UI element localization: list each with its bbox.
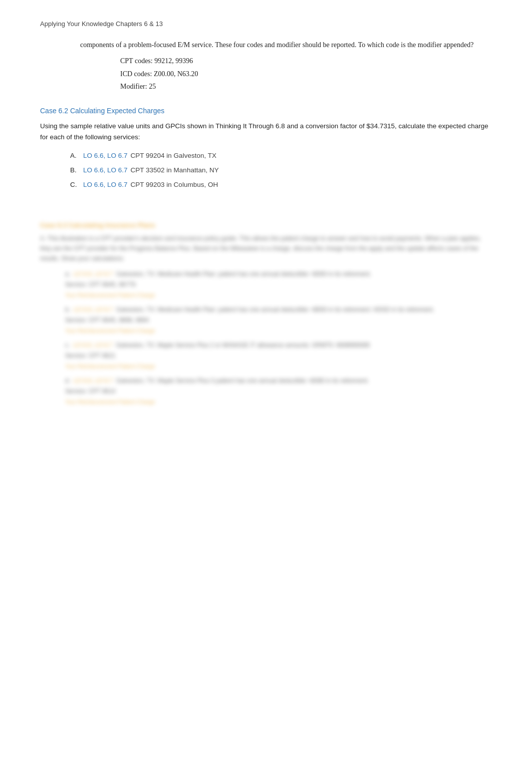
case-body-text: Using the sample relative value units an… — [40, 121, 492, 143]
blurred-desc-d: Galveston, TX: Maple Service Plus-3 pati… — [116, 377, 369, 384]
item-label-a: A. — [70, 149, 80, 162]
intro-paragraph: components of a problem-focused E/M serv… — [80, 40, 492, 93]
blurred-desc-b: Galveston, TX: Medicare Health Plan: pat… — [116, 306, 434, 313]
list-item: A. LO 6.6, LO 6.7 CPT 99204 in Galveston… — [70, 149, 492, 162]
blurred-link-c: LO 6.6, LO 6.7 — [73, 342, 113, 349]
service-text-b: CPT 33502 in Manhattan, NY — [131, 163, 219, 177]
icd-codes-line: ICD codes: Z00.00, N63.20 — [120, 68, 492, 80]
modifier-line: Modifier: 25 — [120, 80, 492, 93]
intro-text: components of a problem-focused E/M serv… — [80, 40, 492, 51]
blurred-link-d: LO 6.6, LO 6.7 — [74, 377, 113, 384]
blurred-link-a: LO 6.6, LO 6.7 — [74, 271, 113, 278]
blurred-service-c: Service: CPT 9621 — [65, 351, 492, 362]
blurred-bullet-a: a. — [65, 271, 70, 278]
blurred-case-title: Case 6.3 Calculating Insurance Plans — [40, 221, 492, 229]
blurred-service-d: Service: CPT 9614 — [65, 386, 492, 397]
blurred-desc-c: Galveston, TX: Maple Service Plus 2 or M… — [116, 342, 369, 349]
blurred-desc-a: Galveston, TX: Medicare Health Plan: pat… — [116, 271, 371, 278]
case-title: Case 6.2 Calculating Expected Charges — [40, 107, 492, 115]
blurred-item-d: d. LO 6.6, LO 6.7 Galveston, TX: Maple S… — [65, 376, 492, 407]
list-item: B. LO 6.6, LO 6.7 CPT 33502 in Manhattan… — [70, 163, 492, 177]
blurred-link-b: LO 6.6, LO 6.7 — [74, 306, 113, 313]
service-text-a: CPT 99204 in Galveston, TX — [131, 149, 216, 162]
blurred-service-b: Service: CPT 9645, 9898, 9894 — [65, 315, 492, 326]
lo-link-c[interactable]: LO 6.6, LO 6.7 — [83, 178, 128, 191]
blurred-bullet-c: c. — [65, 342, 70, 349]
blurred-item-b: b. LO 6.6, LO 6.7 Galveston, TX: Medicar… — [65, 305, 492, 336]
item-label-b: B. — [70, 163, 80, 177]
lo-link-b[interactable]: LO 6.6, LO 6.7 — [83, 163, 128, 177]
service-text-c: CPT 99203 in Columbus, OH — [131, 178, 218, 191]
blurred-intro: A. This illustration is a CPT provider's… — [40, 234, 492, 264]
item-label-c: C. — [70, 178, 80, 191]
blurred-service-a: Service: CPT 9645, 96779 — [65, 280, 492, 291]
list-item: C. LO 6.6, LO 6.7 CPT 99203 in Columbus,… — [70, 178, 492, 191]
blurred-item-a: a. LO 6.6, LO 6.7 Galveston, TX: Medicar… — [65, 269, 492, 301]
blurred-table-a: Your Reimbursement Patient Charge — [65, 291, 492, 301]
blurred-table-d: Your Reimbursement Patient Charge — [65, 397, 492, 407]
blurred-table-c: Your Reimbursement Patient Charge — [65, 362, 492, 372]
blurred-section: Case 6.3 Calculating Insurance Plans A. … — [40, 221, 492, 407]
service-list: A. LO 6.6, LO 6.7 CPT 99204 in Galveston… — [70, 149, 492, 191]
blurred-bullet-d: d. — [65, 377, 70, 384]
blurred-bullet-b: b. — [65, 306, 70, 313]
blurred-item-c: c. LO 6.6, LO 6.7 Galveston, TX: Maple S… — [65, 340, 492, 372]
cpt-codes-line: CPT codes: 99212, 99396 — [120, 55, 492, 67]
page-header: Applying Your Knowledge Chapters 6 & 13 — [40, 20, 492, 28]
blurred-table-b: Your Reimbursement Patient Charge — [65, 326, 492, 336]
lo-link-a[interactable]: LO 6.6, LO 6.7 — [83, 149, 128, 162]
blurred-sub-list: a. LO 6.6, LO 6.7 Galveston, TX: Medicar… — [65, 269, 492, 407]
codes-block: CPT codes: 99212, 99396 ICD codes: Z00.0… — [120, 55, 492, 93]
